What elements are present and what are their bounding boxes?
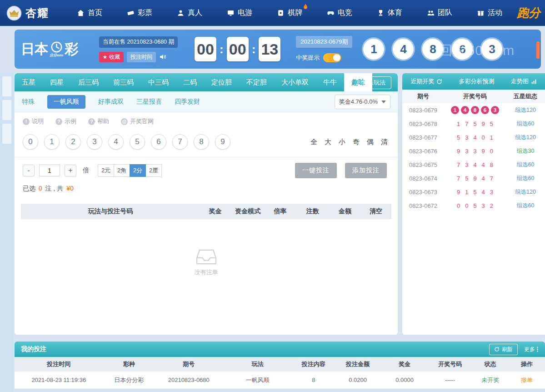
recent-draws-panel: 近期开奖多彩分析预测走势图 期号开奖号码五星组态 0823-067914863组… [402,73,545,335]
my-bets-section: 我的投注 刷新 更多 投注时间彩种期号玩法投注内容投注金额奖金开奖号码状态操作 … [15,342,545,389]
nav-item-activity[interactable]: 活动 [465,0,515,26]
bet-table-header-cell[interactable]: 清空 [360,207,391,216]
refresh-icon [494,347,500,352]
recent-tab-label: 近期开奖 [410,77,434,85]
draw-number: 6 [481,106,489,114]
multiplier-minus-button[interactable]: - [23,165,35,176]
mybets-table-head: 投注时间彩种期号玩法投注内容投注金额奖金开奖号码状态操作 [15,357,545,372]
nav-item-label: 电游 [238,8,252,18]
quick-select-option[interactable]: 全 [310,138,317,146]
play-tab[interactable]: 不定胆 [239,73,274,91]
number-ball-3[interactable]: 3 [87,134,102,150]
info-link[interactable]: ?帮助 [88,117,109,126]
nav-item-lottery[interactable]: 彩票 [115,0,165,26]
play-tab[interactable]: 中三码 [141,73,176,91]
number-ball-9[interactable]: 9 [215,134,230,150]
draw-number: 5 [473,202,476,209]
sub-tab[interactable]: 特殊 [22,98,35,106]
live-person-icon [177,9,185,17]
quick-select-option[interactable]: 奇 [353,138,360,146]
number-ball-6[interactable]: 6 [151,134,166,150]
info-circle-icon: @ [121,118,128,125]
side-strip [0,73,14,392]
bet-panel: 五星四星后三码前三码中三码二码定位胆不定胆大小单双牛牛趣味 特殊玩法 特殊一帆风… [15,73,398,335]
nav-item-home[interactable]: 首页 [65,0,115,26]
money-unit[interactable]: 2分 [130,164,146,177]
draw-number: 3 [490,189,493,196]
nav-item-team[interactable]: 团队 [415,0,465,26]
play-tab[interactable]: 五星 [15,73,43,91]
more-button[interactable]: 更多 [524,346,539,353]
sub-tab[interactable]: 四季发财 [175,98,200,106]
mahjong-icon [277,9,285,17]
draw-number: 5 [490,121,493,127]
sub-tab[interactable]: 好事成双 [98,98,124,106]
nav-item-live[interactable]: 真人 [165,0,215,26]
number-ball-5[interactable]: 5 [130,134,145,150]
lottery-name-suffix: 彩 [65,40,78,59]
draw-number: 1 [465,189,468,196]
info-links: !说明?示例?帮助@开奖官网 [15,112,398,131]
quick-select-option[interactable]: 小 [339,138,345,146]
quick-select-option[interactable]: 清 [381,138,388,146]
recent-tab-2[interactable]: 走势图 [511,77,537,85]
mybets-head-cell: 奖金 [381,360,428,368]
recent-type: 组选60 [506,202,545,210]
info-link[interactable]: @开奖官网 [121,117,154,126]
number-ball-8[interactable]: 8 [194,134,209,150]
play-tab[interactable]: 定位胆 [204,73,239,91]
brand[interactable]: 杏耀 [6,5,49,21]
nav-item-sports[interactable]: 体育 [365,0,415,26]
money-unit[interactable]: 2厘 [145,164,162,177]
sub-tab[interactable]: 三星报喜 [136,98,162,106]
refresh-button[interactable]: 刷新 [489,344,518,355]
play-tab[interactable]: 前三码 [106,73,141,91]
sub-tab[interactable]: 一帆风顺 [47,95,85,109]
info-link[interactable]: ?示例 [55,117,76,126]
draw-number: 4 [461,106,469,114]
side-strip-item[interactable] [2,124,11,144]
quick-bet-button[interactable]: 一键投注 [295,163,337,178]
money-unit[interactable]: 2角 [114,164,130,177]
recent-tab-0[interactable]: 近期开奖 [410,77,442,85]
play-tab[interactable]: 二码 [176,73,204,91]
info-link[interactable]: !说明 [23,117,44,126]
play-tab[interactable]: 牛牛 [316,73,344,91]
selected-count: 0 [39,185,42,192]
special-play-button[interactable]: 特殊玩法 [356,76,391,89]
mybet-lottery: 日本分分彩 [103,376,155,384]
money-unit[interactable]: 2元 [98,164,114,177]
mybets-head-cell: 状态 [472,360,509,368]
favorite-button[interactable]: ★ 收藏 [99,52,124,62]
recent-tab-1[interactable]: 多彩分析预测 [459,77,494,85]
play-tab[interactable]: 四星 [43,73,71,91]
draw-number: 0 [482,134,485,141]
number-ball-4[interactable]: 4 [108,134,124,150]
paofen-link[interactable]: 跑分 [517,5,545,21]
side-strip-item[interactable] [2,100,11,120]
number-ball-7[interactable]: 7 [172,134,188,150]
quick-select-option[interactable]: 大 [325,138,331,146]
speaker-icon[interactable] [159,53,166,60]
recent-type: 组选120 [506,188,545,196]
multiplier-input[interactable] [39,165,60,176]
play-tab[interactable]: 后三码 [71,73,106,91]
nav-item-boardgames[interactable]: 棋牌 [265,0,315,26]
nav-item-egames[interactable]: 电游 [215,0,265,26]
number-ball-2[interactable]: 2 [65,134,81,150]
side-strip-item[interactable] [2,76,11,96]
nav-item-esports[interactable]: 电竞 [315,0,365,26]
multiplier-plus-button[interactable]: + [65,165,76,176]
prize-rate-select[interactable]: 奖金4.76-0.0% [335,95,390,109]
play-tab[interactable]: 大小单双 [274,73,316,91]
mybet-amount: 0.0200 [335,377,381,383]
number-ball-0[interactable]: 0 [23,134,38,150]
bet-time-button[interactable]: 投注时间 [127,52,156,62]
cancel-bet-link[interactable]: 撤单 [509,376,545,384]
number-ball-1[interactable]: 1 [44,134,60,150]
mybets-head-cell: 期号 [155,360,223,368]
draw-number: 1 [490,134,493,141]
add-bet-button[interactable]: 添加投注 [345,163,387,178]
win-tip-toggle[interactable] [323,53,341,62]
quick-select-option[interactable]: 偶 [367,138,374,146]
